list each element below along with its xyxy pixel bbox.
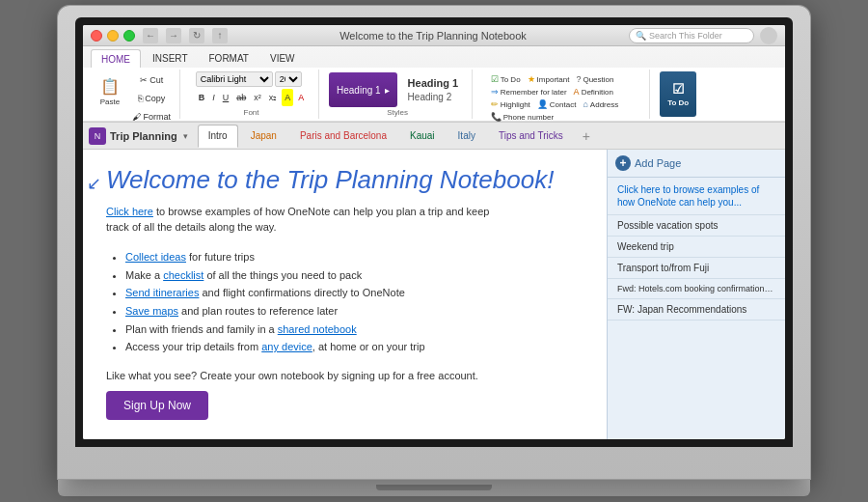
- bullet-device: Access your trip details from any device…: [125, 338, 583, 356]
- welcome-title-container: ↙ Welcome to the Trip Planning Notebook!: [106, 165, 583, 195]
- sign-up-text: Like what you see? Create your own noteb…: [106, 370, 583, 381]
- tag-remember[interactable]: ⇒ Remember for later: [488, 86, 570, 98]
- sidebar-page-1[interactable]: Weekend trip: [608, 237, 785, 258]
- checklist-link[interactable]: checklist: [163, 269, 203, 281]
- font-color-button[interactable]: A: [295, 89, 307, 106]
- font-label: Font: [244, 108, 259, 117]
- font-name-select[interactable]: Calibri Light: [196, 71, 273, 87]
- tag-important[interactable]: ★ Important: [525, 73, 573, 85]
- add-page-icon: +: [615, 155, 631, 171]
- maximize-button[interactable]: [123, 30, 135, 42]
- close-button[interactable]: [91, 30, 102, 42]
- styles-label: Styles: [387, 108, 408, 117]
- note-content: ↙ Welcome to the Trip Planning Notebook!…: [83, 150, 607, 439]
- add-tab-button[interactable]: +: [576, 125, 597, 148]
- heading1-item[interactable]: Heading 1: [404, 76, 463, 90]
- sidebar-page-0[interactable]: Possible vacation spots: [608, 215, 785, 237]
- ribbon-tab-bar: HOME INSERT FORMAT VIEW: [83, 46, 785, 68]
- tab-paris[interactable]: Paris and Barcelona: [289, 125, 397, 148]
- tag-highlight[interactable]: ✏ Highlight: [488, 98, 533, 110]
- underline-button[interactable]: U: [220, 89, 232, 106]
- click-here-text: Click here to browse examples of how One…: [106, 205, 492, 235]
- heading-styles: Heading 1 Heading 2: [400, 74, 467, 105]
- tag-phone[interactable]: 📞 Phone number: [488, 111, 556, 123]
- tab-italy[interactable]: Italy: [448, 125, 486, 148]
- subscript-button[interactable]: x₂: [266, 89, 281, 106]
- font-group: Calibri Light 20 B I U: [184, 70, 319, 119]
- share-icon[interactable]: ↑: [212, 28, 228, 43]
- font-size-select[interactable]: 20: [275, 71, 302, 87]
- refresh-icon[interactable]: ↻: [189, 28, 204, 43]
- tab-tips[interactable]: Tips and Tricks: [488, 125, 574, 148]
- minimize-button[interactable]: [107, 30, 119, 42]
- bullet-checklist: Make a checklist of all the things you n…: [125, 266, 583, 285]
- shared-notebook-link[interactable]: shared notebook: [278, 323, 357, 335]
- strikethrough-button[interactable]: ab: [233, 89, 249, 106]
- tab-format[interactable]: FORMAT: [200, 49, 258, 68]
- bullet-share: Plan with friends and family in a shared…: [125, 321, 583, 339]
- tags-group: ☑ To Do ★ Important ? Question ⇒ Remembe…: [476, 70, 650, 119]
- clipboard-group: 📋 Paste ✂ Cut ⎘ Copy 🖌 Format Clipboard: [87, 70, 180, 119]
- laptop-shell: ← → ↻ ↑ Welcome to the Trip Planning Not…: [58, 6, 810, 496]
- search-box[interactable]: 🔍 Search This Folder: [629, 28, 754, 43]
- notebook-arrow: ▾: [183, 131, 188, 141]
- profile-icon[interactable]: [760, 27, 777, 44]
- heading2-item[interactable]: Heading 2: [404, 91, 463, 103]
- ribbon-content: 📋 Paste ✂ Cut ⎘ Copy 🖌 Format Clipboard: [83, 68, 785, 122]
- paste-button[interactable]: 📋 Paste: [93, 71, 127, 112]
- sidebar-browse-link[interactable]: Click here to browse examples of how One…: [608, 178, 785, 215]
- search-placeholder: Search This Folder: [649, 31, 722, 41]
- add-page-button[interactable]: + Add Page: [608, 150, 785, 178]
- right-sidebar: + Add Page Click here to browse examples…: [607, 150, 785, 439]
- forward-icon[interactable]: →: [166, 28, 181, 43]
- sign-up-button[interactable]: Sign Up Now: [106, 391, 208, 420]
- bold-button[interactable]: B: [196, 89, 208, 106]
- main-area: ↙ Welcome to the Trip Planning Notebook!…: [83, 150, 785, 439]
- todo-group: ☑ To Do: [654, 70, 702, 119]
- window-title: Welcome to the Trip Planning Notebook: [237, 30, 629, 42]
- tab-intro[interactable]: Intro: [198, 125, 238, 148]
- sidebar-page-3[interactable]: Fwd: Hotels.com booking confirmation 116…: [608, 279, 785, 299]
- sidebar-page-2[interactable]: Transport to/from Fuji: [608, 258, 785, 279]
- notebook-bar: N Trip Planning ▾ Intro Japan Paris and …: [83, 123, 785, 150]
- welcome-title: Welcome to the Trip Planning Notebook!: [106, 165, 583, 195]
- welcome-arrow-icon: ↙: [87, 173, 101, 194]
- tab-kauai[interactable]: Kauai: [399, 125, 446, 148]
- superscript-button[interactable]: x²: [251, 89, 264, 106]
- laptop-notch: [376, 485, 492, 490]
- todo-button[interactable]: ☑ To Do: [660, 71, 696, 117]
- tab-home[interactable]: HOME: [91, 49, 141, 68]
- add-page-label: Add Page: [635, 157, 681, 169]
- cut-button[interactable]: ✂ Cut: [129, 71, 174, 89]
- ribbon: HOME INSERT FORMAT VIEW 📋 Paste: [83, 46, 785, 123]
- notebook-title: Trip Planning: [110, 130, 177, 142]
- tags-list: ☑ To Do ★ Important ? Question ⇒ Remembe…: [486, 71, 640, 125]
- tag-definition[interactable]: A Definition: [571, 86, 616, 98]
- highlight-button[interactable]: A: [282, 89, 293, 106]
- copy-button[interactable]: ⎘ Copy: [129, 90, 174, 107]
- back-icon[interactable]: ←: [143, 28, 158, 43]
- click-here-link[interactable]: Click here: [106, 206, 153, 217]
- screen-content: ← → ↻ ↑ Welcome to the Trip Planning Not…: [83, 25, 785, 439]
- tab-insert[interactable]: INSERT: [143, 49, 198, 68]
- bullet-maps: Save maps and plan routes to reference l…: [125, 302, 583, 321]
- traffic-lights: [91, 30, 135, 42]
- tag-todo[interactable]: ☑ To Do: [488, 73, 524, 85]
- screen-bezel: ← → ↻ ↑ Welcome to the Trip Planning Not…: [75, 17, 793, 447]
- tag-question[interactable]: ? Question: [573, 73, 616, 85]
- tab-view[interactable]: VIEW: [260, 49, 305, 68]
- any-device-link[interactable]: any device: [261, 341, 312, 352]
- italic-button[interactable]: I: [209, 89, 218, 106]
- maps-link[interactable]: Save maps: [125, 305, 178, 317]
- tag-contact[interactable]: 👤 Contact: [534, 98, 580, 110]
- collect-link[interactable]: Collect ideas: [125, 251, 186, 263]
- bullet-collect: Collect ideas for future trips: [125, 248, 583, 266]
- bullet-list: Collect ideas for future trips Make a ch…: [106, 248, 583, 356]
- heading1-style[interactable]: Heading 1 ▸: [329, 72, 397, 107]
- bullet-itineraries: Send itineraries and flight confirmation…: [125, 284, 583, 302]
- tag-address[interactable]: ⌂ Address: [580, 98, 621, 110]
- styles-group: Heading 1 ▸ Heading 1 Heading 2 Styles: [323, 70, 473, 119]
- sidebar-page-4[interactable]: FW: Japan Recommendations: [608, 299, 785, 321]
- tab-japan[interactable]: Japan: [240, 125, 287, 148]
- itineraries-link[interactable]: Send itineraries: [125, 287, 199, 298]
